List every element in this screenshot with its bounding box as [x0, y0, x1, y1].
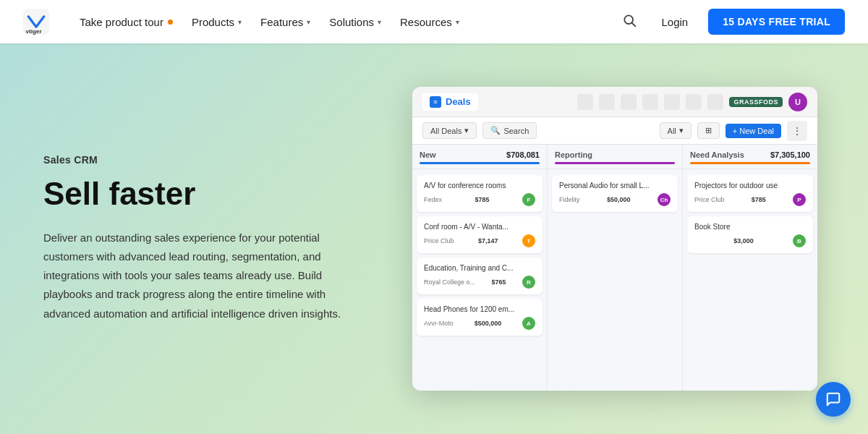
svg-line-3 — [632, 22, 636, 26]
chat-bubble[interactable] — [816, 382, 851, 417]
crm-tab-deals[interactable]: ≡ Deals — [422, 93, 478, 111]
right-panel: ≡ Deals GRASSFODS U All D — [405, 87, 825, 391]
nav-label-product-tour: Take product tour — [80, 16, 163, 28]
card-company: Fedex — [424, 196, 442, 203]
nav-right: Login 15 DAYS FREE TRIAL — [618, 9, 845, 35]
crm-bell-icon[interactable] — [686, 94, 702, 110]
avatar: B — [793, 234, 806, 247]
nav-label-products: Products — [192, 16, 234, 28]
avatar: T — [522, 234, 535, 247]
deals-tab-icon: ≡ — [430, 96, 441, 108]
nav-item-product-tour[interactable]: Take product tour — [72, 12, 180, 33]
col-header-reporting: Reporting — [548, 145, 682, 169]
crm-user-avatar[interactable]: U — [788, 93, 807, 111]
col-indicator-need-analysis — [690, 162, 810, 164]
col-amount-new: $708,081 — [506, 150, 540, 159]
features-chevron-icon: ▾ — [307, 18, 310, 26]
card-amount: $785 — [752, 196, 766, 203]
card-amount: $7,147 — [478, 237, 498, 244]
crm-screenshot-window: ≡ Deals GRASSFODS U All D — [412, 87, 817, 391]
search-button[interactable] — [618, 9, 641, 35]
table-row[interactable]: Personal Audio for small L... Fidelity $… — [552, 175, 678, 212]
nav-label-features: Features — [260, 16, 303, 28]
crm-phone-icon[interactable] — [577, 94, 593, 110]
card-amount: $3,000 — [733, 237, 754, 244]
card-amount: $785 — [475, 196, 489, 203]
card-footer: Price Club $785 P — [694, 193, 806, 206]
kanban-board: New $708,081 A/V for conference rooms Fe… — [412, 145, 817, 391]
avatar: A — [522, 317, 535, 330]
view-toggle-btn[interactable]: ⊞ — [697, 122, 720, 139]
crm-refresh-icon[interactable] — [621, 94, 637, 110]
card-title: Projectors for outdoor use — [694, 181, 806, 190]
search-deals-label: Search — [503, 127, 529, 135]
chat-icon — [825, 391, 841, 407]
nav-links: Take product tour Products ▾ Features ▾ … — [72, 12, 595, 33]
new-deal-btn[interactable]: + New Deal — [726, 124, 781, 138]
more-options-btn[interactable]: ⋮ — [787, 121, 807, 141]
table-row[interactable]: Book Store $3,000 B — [687, 216, 813, 253]
card-amount: $50,000 — [607, 196, 631, 203]
col-title-reporting: Reporting — [555, 150, 592, 159]
all-deals-label: All Deals — [430, 127, 461, 135]
products-chevron-icon: ▾ — [238, 18, 242, 26]
login-button[interactable]: Login — [652, 12, 697, 33]
search-deals-btn[interactable]: 🔍 Search — [482, 122, 537, 139]
table-row[interactable]: Projectors for outdoor use Price Club $7… — [687, 175, 813, 212]
card-title: Book Store — [694, 222, 806, 231]
table-row[interactable]: Head Phones for 1200 em... Avvr-Moto $50… — [417, 299, 542, 336]
left-panel: Sales CRM Sell faster Deliver an outstan… — [43, 154, 362, 323]
search-icon — [622, 13, 637, 27]
card-footer: Fedex $785 F — [424, 193, 535, 206]
card-footer: Royal College o... $765 R — [424, 276, 535, 289]
table-row[interactable]: A/V for conference rooms Fedex $785 F — [417, 175, 542, 212]
nav-item-products[interactable]: Products ▾ — [184, 12, 249, 33]
trial-button[interactable]: 15 DAYS FREE TRIAL — [708, 9, 845, 35]
card-amount: $500,000 — [475, 320, 502, 327]
card-company: Price Club — [694, 196, 725, 203]
resources-chevron-icon: ▾ — [456, 18, 459, 26]
crm-settings-icon[interactable] — [642, 94, 658, 110]
card-company: Royal College o... — [424, 278, 475, 286]
card-title: Head Phones for 1200 em... — [424, 305, 535, 314]
crm-topbar-icons: GRASSFODS U — [577, 93, 807, 111]
new-deal-label: + New Deal — [733, 127, 774, 135]
card-footer: $3,000 B — [694, 234, 806, 247]
nav-item-resources[interactable]: Resources ▾ — [393, 12, 467, 33]
nav-item-features[interactable]: Features ▾ — [253, 12, 318, 33]
nav-label-resources: Resources — [400, 16, 452, 28]
nav-item-solutions[interactable]: Solutions ▾ — [322, 12, 388, 33]
logo[interactable]: vtiger — [23, 9, 49, 35]
table-row[interactable]: Education, Training and C... Royal Colle… — [417, 258, 542, 294]
avatar: F — [522, 193, 535, 206]
kanban-col-new: New $708,081 A/V for conference rooms Fe… — [412, 145, 548, 391]
all-deals-btn[interactable]: All Deals ▾ — [422, 122, 477, 139]
crm-search-icon[interactable] — [599, 94, 615, 110]
search-icon-sm: 🔍 — [490, 126, 501, 135]
vtiger-logo-icon: vtiger — [23, 9, 49, 35]
col-title-new: New — [420, 150, 436, 159]
crm-apps-icon[interactable] — [707, 94, 723, 110]
col-indicator-new — [420, 162, 540, 164]
svg-text:vtiger: vtiger — [26, 28, 43, 35]
col-indicator-reporting — [555, 162, 675, 164]
all-filter-label: All — [668, 127, 676, 135]
product-tour-dot — [168, 20, 173, 25]
card-amount: $765 — [492, 278, 506, 286]
kanban-col-need-analysis: Need Analysis $7,305,100 Projectors for … — [683, 145, 817, 391]
card-company: Fidelity — [559, 196, 580, 203]
crm-email-icon[interactable] — [664, 94, 680, 110]
navbar: vtiger Take product tour Products ▾ Feat… — [0, 0, 868, 43]
all-filter-chevron-icon: ▾ — [679, 126, 684, 135]
card-company: Price Club — [424, 237, 454, 244]
avatar: Ch — [658, 193, 671, 206]
hero-description: Deliver an outstanding sales experience … — [43, 229, 347, 323]
table-row[interactable]: Conf room - A/V - Wanta... Price Club $7… — [417, 216, 542, 253]
kanban-cards-new: A/V for conference rooms Fedex $785 F Co… — [412, 169, 547, 391]
card-title: Conf room - A/V - Wanta... — [424, 222, 535, 231]
section-label: Sales CRM — [43, 154, 362, 166]
all-filter-btn[interactable]: All ▾ — [660, 122, 692, 139]
card-title: Education, Training and C... — [424, 263, 535, 273]
hero-headline: Sell faster — [43, 176, 362, 213]
crm-brand-logo: GRASSFODS — [729, 97, 783, 107]
